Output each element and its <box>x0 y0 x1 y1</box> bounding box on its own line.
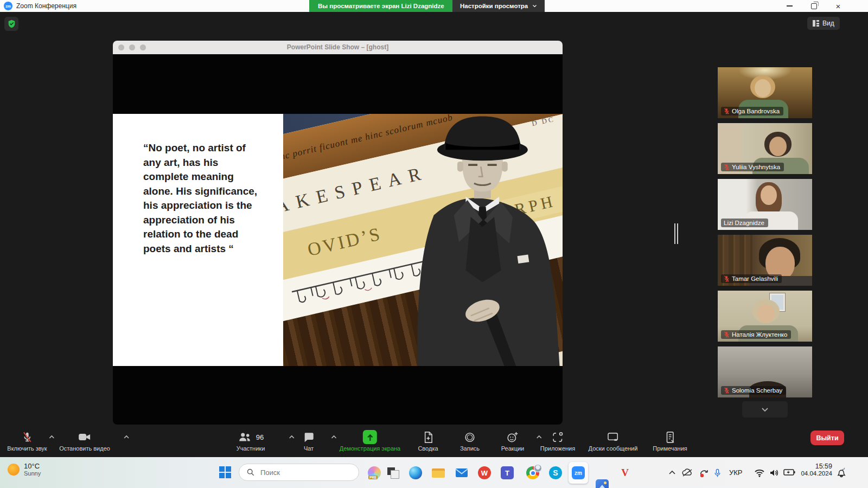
start-button[interactable] <box>219 466 231 478</box>
participant-name-tag: Tamar Gelashvili <box>721 274 782 283</box>
chevron-up-icon[interactable] <box>123 435 130 439</box>
weather-widget[interactable]: 10°C Sunny <box>8 462 41 477</box>
more-participants-button[interactable] <box>742 401 788 418</box>
view-layout-button[interactable]: Вид <box>807 17 840 30</box>
tray-mic-icon[interactable] <box>714 468 721 478</box>
mail-app-icon[interactable] <box>455 466 468 479</box>
participant-name-tag: Yuliia Vyshnytska <box>721 163 784 171</box>
minimize-button[interactable] <box>780 0 799 12</box>
tray-time: 15:59 <box>799 463 832 470</box>
participants-icon <box>238 431 252 443</box>
slide-collage-image: nunc porrit ficuont me hinc scolorum mcu… <box>283 114 563 366</box>
restore-button[interactable] <box>805 0 823 12</box>
panel-resize-handle[interactable] <box>674 223 679 244</box>
chevron-up-icon[interactable] <box>48 435 55 439</box>
zoom-toolbar: Включить звук Остановить видео 96 Участн… <box>0 426 868 457</box>
chevron-up-icon[interactable] <box>331 435 337 439</box>
slide-quote-text: “No poet, no artist of any art, has his … <box>143 141 265 256</box>
grid-view-icon <box>813 20 819 27</box>
whiteboards-button[interactable]: Доски сообщений <box>589 430 638 452</box>
apps-icon <box>551 431 564 444</box>
ppt-window-title: PowerPoint Slide Show – [ghost] <box>113 43 563 51</box>
windows-taskbar: 10°C Sunny PRE W T S zm V УКР <box>0 457 868 488</box>
onedrive-paused-icon[interactable] <box>681 468 693 477</box>
notes-button[interactable]: Примечания <box>653 430 687 452</box>
reactions-button[interactable]: Реакции <box>501 430 525 452</box>
task-view-icon[interactable] <box>386 466 399 479</box>
record-button[interactable]: Запись <box>460 430 480 452</box>
participant-count: 96 <box>256 433 264 441</box>
wps-office-icon[interactable]: W <box>478 466 491 479</box>
mic-muted-icon <box>724 387 730 394</box>
shield-check-icon <box>8 20 16 28</box>
edge-browser-icon[interactable] <box>409 466 422 479</box>
record-icon <box>464 431 476 444</box>
speaker-icon[interactable] <box>769 468 779 477</box>
language-indicator[interactable]: УКР <box>729 468 743 477</box>
notifications-dnd-icon[interactable]: zz <box>837 467 846 478</box>
participant-tile-yuliia[interactable]: Yuliia Vyshnytska <box>718 123 812 174</box>
file-explorer-icon[interactable] <box>432 466 445 479</box>
mic-muted-icon <box>724 108 730 114</box>
unmute-button[interactable]: Включить звук <box>7 430 47 452</box>
window-title: Zoom Конференция <box>16 2 76 10</box>
tray-date: 04.04.2024 <box>799 470 832 477</box>
chevron-up-icon[interactable] <box>289 435 295 439</box>
taskbar-search[interactable] <box>239 464 359 481</box>
ts-eliot-portrait <box>384 114 563 366</box>
smiley-plus-icon <box>506 431 519 444</box>
sync-alert-icon[interactable] <box>699 468 710 478</box>
close-button[interactable]: × <box>829 0 847 12</box>
clock[interactable]: 15:59 04.04.2024 <box>799 463 832 477</box>
red-v-app-icon[interactable]: V <box>618 466 631 479</box>
participant-tile-tamar[interactable]: Tamar Gelashvili <box>718 235 812 286</box>
participant-name-tag: Наталія Жлуктенко <box>721 330 791 339</box>
notes-icon <box>665 431 675 444</box>
mic-muted-icon <box>21 431 33 444</box>
viewing-screen-banner: Вы просматриваете экран Lizi Dzagnidze <box>309 0 453 12</box>
chevron-down-icon <box>761 407 769 412</box>
zoom-app-icon[interactable]: zm <box>572 466 585 479</box>
tray-expand-chevron[interactable] <box>668 470 676 475</box>
mic-muted-icon <box>724 331 730 338</box>
chrome-profile-avatar <box>534 464 542 472</box>
weather-condition: Sunny <box>24 470 41 477</box>
apps-button[interactable]: Приложения <box>540 430 575 452</box>
summary-button[interactable]: Сводка <box>418 430 438 452</box>
photos-app-icon[interactable] <box>596 479 609 488</box>
participant-tile-olga[interactable]: Olga Bandrovska <box>718 67 812 118</box>
view-settings-button[interactable]: Настройки просмотра <box>452 0 545 12</box>
skype-app-icon[interactable]: S <box>549 466 562 479</box>
participant-tile-natalia[interactable]: Наталія Жлуктенко <box>718 291 812 342</box>
wifi-icon[interactable] <box>754 468 765 477</box>
share-screen-button[interactable]: Демонстрация экрана <box>340 430 400 452</box>
search-input[interactable] <box>259 468 343 477</box>
participant-name-tag: Lizi Dzagnidze <box>721 219 768 227</box>
zoom-meeting-window: zm Zoom Конференция Вы просматриваете эк… <box>0 0 868 488</box>
leave-meeting-button[interactable]: Выйти <box>810 431 844 445</box>
meeting-area: Вид PowerPoint Slide Show – [ghost] “No … <box>0 12 868 457</box>
security-shield-button[interactable] <box>4 17 18 31</box>
stop-video-button[interactable]: Остановить видео <box>59 430 110 452</box>
copilot-app-icon[interactable]: PRE <box>368 466 381 479</box>
slide: “No poet, no artist of any art, has his … <box>113 114 563 366</box>
summary-doc-icon <box>423 431 433 444</box>
svg-text:z: z <box>844 467 845 470</box>
whiteboard-icon <box>607 431 620 444</box>
search-icon <box>247 468 254 476</box>
chat-bubble-icon <box>303 431 315 443</box>
participant-name-tag: Olga Bandrovska <box>721 107 783 115</box>
participant-tile-lizi-active-speaker[interactable]: Lizi Dzagnidze <box>718 179 812 230</box>
participants-button[interactable]: 96 Участники <box>237 430 265 452</box>
battery-charging-icon[interactable] <box>783 468 795 476</box>
weather-temp: 10°C <box>24 462 41 470</box>
chevron-down-icon <box>532 4 537 8</box>
viewing-screen-text: Вы просматриваете экран Lizi Dzagnidze <box>318 3 444 9</box>
camera-icon <box>78 431 92 443</box>
chat-button[interactable]: Чат <box>303 430 315 452</box>
participant-tile-solomia[interactable]: Solomia Scherbay <box>718 346 812 397</box>
participant-name-tag: Solomia Scherbay <box>721 386 786 395</box>
teams-app-icon[interactable]: T <box>501 466 514 479</box>
chrome-browser-icon[interactable] <box>526 466 539 479</box>
zoom-logo-icon: zm <box>4 2 12 10</box>
